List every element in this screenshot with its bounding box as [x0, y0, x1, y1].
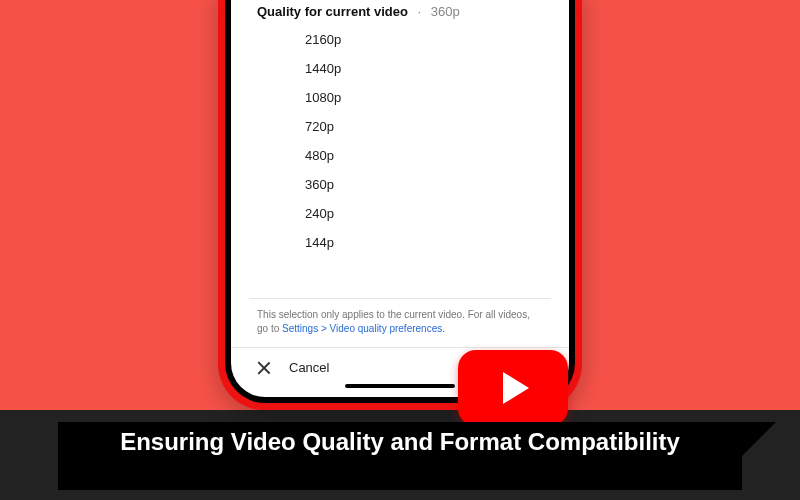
quality-title: Quality for current video — [257, 4, 408, 19]
close-icon — [257, 361, 271, 375]
quality-option[interactable]: 720p — [305, 112, 569, 141]
cancel-label: Cancel — [289, 360, 329, 375]
home-indicator — [345, 384, 455, 388]
quality-options-list: 2160p 1440p 1080p 720p 480p 360p 240p 14… — [231, 23, 569, 294]
footer-note: This selection only applies to the curre… — [231, 299, 569, 341]
quality-option[interactable]: 240p — [305, 199, 569, 228]
quality-option[interactable]: 1440p — [305, 54, 569, 83]
caption-banner: Ensuring Video Quality and Format Compat… — [58, 422, 742, 490]
quality-option[interactable]: 480p — [305, 141, 569, 170]
caption-text: Ensuring Video Quality and Format Compat… — [58, 428, 742, 457]
quality-option[interactable]: 144p — [305, 228, 569, 257]
quality-option[interactable]: 360p — [305, 170, 569, 199]
current-quality: 360p — [431, 4, 460, 19]
phone-frame: Quality for current video · 360p 2160p 1… — [218, 0, 582, 410]
settings-link[interactable]: Settings > Video quality preferences. — [282, 323, 445, 334]
quality-option[interactable]: 1080p — [305, 83, 569, 112]
separator-dot: · — [418, 4, 422, 19]
play-icon — [503, 372, 529, 404]
quality-option[interactable]: 2160p — [305, 25, 569, 54]
quality-header: Quality for current video · 360p — [231, 0, 569, 23]
youtube-logo — [458, 350, 568, 426]
phone-screen: Quality for current video · 360p 2160p 1… — [231, 0, 569, 397]
